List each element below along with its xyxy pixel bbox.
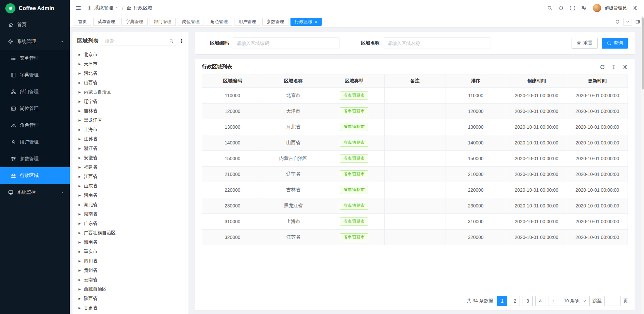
column-settings-gear-icon[interactable] [623, 64, 628, 70]
sidebar-item-user-mgmt[interactable]: 用户管理 [0, 134, 70, 150]
tree-item[interactable]: ▶ 河北省 [72, 69, 189, 78]
caret-right-icon[interactable]: ▶ [78, 212, 81, 216]
pagination-page-button[interactable]: 1 [497, 296, 507, 306]
caret-right-icon[interactable]: ▶ [78, 175, 81, 178]
tree-item[interactable]: ▶ 河南省 [72, 191, 189, 200]
tree-item[interactable]: ▶ 江苏省 [72, 134, 189, 144]
tree-item[interactable]: ▶ 山东省 [72, 181, 189, 191]
sidebar-item-system-mgmt[interactable]: 系统管理 [0, 33, 70, 50]
tree-search-icon[interactable] [166, 36, 176, 46]
caret-right-icon[interactable]: ▶ [78, 259, 81, 263]
caret-right-icon[interactable]: ▶ [78, 166, 81, 169]
tab[interactable]: 首页 [74, 18, 91, 26]
caret-right-icon[interactable]: ▶ [78, 184, 81, 188]
scrollbar-thumb[interactable] [642, 17, 644, 89]
tab[interactable]: 部门管理 [150, 18, 176, 26]
tree-item[interactable]: ▶ 广东省 [72, 219, 189, 228]
notification-bell-icon[interactable] [558, 5, 564, 11]
page-size-select[interactable]: 10 条/页 [561, 296, 590, 306]
tree-item[interactable]: ▶ 湖南省 [72, 209, 189, 219]
caret-right-icon[interactable]: ▶ [78, 90, 81, 94]
tab[interactable]: 字典管理 [121, 18, 148, 26]
refresh-icon[interactable] [615, 19, 620, 24]
tree-item[interactable]: ▶ 吉林省 [72, 106, 189, 116]
sidebar-item-menu-mgmt[interactable]: 菜单管理 [0, 50, 70, 67]
pagination-page-button[interactable]: 3 [523, 296, 533, 306]
caret-right-icon[interactable]: ▶ [78, 241, 81, 244]
sidebar-item-region[interactable]: 行政区域 [0, 167, 70, 184]
tree-item[interactable]: ▶ 广西壮族自治区 [72, 228, 189, 238]
tree-item[interactable]: ▶ 贵州省 [72, 266, 189, 275]
tree-item[interactable]: ▶ 黑龙江省 [72, 116, 189, 125]
caret-right-icon[interactable]: ▶ [78, 278, 81, 281]
tree-item[interactable]: ▶ 江西省 [72, 172, 189, 181]
tab[interactable]: 岗位管理 [178, 18, 204, 26]
tree-item[interactable]: ▶ 云南省 [72, 275, 189, 285]
tree-item[interactable]: ▶ 安徽省 [72, 153, 189, 163]
caret-right-icon[interactable]: ▶ [78, 194, 81, 197]
tab[interactable]: 参数管理 [262, 18, 288, 26]
tab-options-chevron-icon[interactable] [623, 18, 632, 26]
fullscreen-icon[interactable] [570, 5, 575, 11]
user-avatar[interactable] [593, 4, 601, 12]
tree-item[interactable]: ▶ 浙江省 [72, 144, 189, 153]
sidebar-item-post-mgmt[interactable]: 岗位管理 [0, 100, 70, 117]
caret-right-icon[interactable]: ▶ [78, 231, 81, 235]
caret-right-icon[interactable]: ▶ [78, 306, 81, 310]
settings-gear-icon[interactable] [633, 5, 638, 11]
tree-item[interactable]: ▶ 山西省 [72, 78, 189, 87]
caret-right-icon[interactable]: ▶ [78, 297, 81, 300]
sidebar-item-dept-mgmt[interactable]: 部门管理 [0, 83, 70, 100]
more-options-icon[interactable]: ⋮ [179, 38, 184, 45]
tree-item[interactable]: ▶ 上海市 [72, 125, 189, 134]
caret-right-icon[interactable]: ▶ [78, 72, 81, 75]
refresh-icon[interactable] [600, 64, 605, 70]
tab-close-icon[interactable]: × [315, 19, 317, 24]
caret-right-icon[interactable]: ▶ [78, 288, 81, 291]
caret-right-icon[interactable]: ▶ [78, 81, 81, 84]
caret-right-icon[interactable]: ▶ [78, 147, 81, 150]
tree-item[interactable]: ▶ 辽宁省 [72, 97, 189, 106]
tree-item[interactable]: ▶ 福建省 [72, 163, 189, 172]
sidebar-item-dict-mgmt[interactable]: 字典管理 [0, 67, 70, 83]
pagination-page-button[interactable]: 4 [535, 296, 545, 306]
collapse-sidebar-icon[interactable] [76, 5, 81, 11]
caret-right-icon[interactable]: ▶ [78, 269, 81, 272]
jump-page-input[interactable] [604, 296, 621, 306]
region-code-input[interactable] [233, 38, 339, 49]
tree-item[interactable]: ▶ 北京市 [72, 50, 189, 59]
caret-right-icon[interactable]: ▶ [78, 100, 81, 103]
tree-item[interactable]: ▶ 天津市 [72, 59, 189, 69]
tab[interactable]: 角色管理 [206, 18, 232, 26]
tree-item[interactable]: ▶ 陕西省 [72, 294, 189, 303]
tab[interactable]: 菜单管理 [93, 18, 119, 26]
search-button[interactable]: 查询 [602, 38, 628, 49]
panel-toggle-icon[interactable] [635, 19, 640, 24]
sidebar-item-param-mgmt[interactable]: 参数管理 [0, 150, 70, 167]
pagination-page-button[interactable]: 2 [510, 296, 520, 306]
caret-right-icon[interactable]: ▶ [78, 156, 81, 160]
tree-item[interactable]: ▶ 湖北省 [72, 200, 189, 209]
tab[interactable]: 行政区域 × [290, 18, 322, 26]
username[interactable]: 超级管理员 [605, 5, 627, 11]
tree-item[interactable]: ▶ 内蒙古自治区 [72, 87, 189, 97]
tree-item[interactable]: ▶ 重庆市 [72, 247, 189, 256]
caret-right-icon[interactable]: ▶ [78, 119, 81, 122]
tree-search-input[interactable] [102, 39, 166, 44]
tab[interactable]: 用户管理 [234, 18, 260, 26]
next-page-button[interactable] [548, 296, 558, 306]
caret-right-icon[interactable]: ▶ [78, 203, 81, 206]
search-icon[interactable] [547, 5, 552, 11]
tree-item[interactable]: ▶ 青海省 [72, 313, 189, 314]
sidebar-item-system-monitor[interactable]: 系统监控 [0, 184, 70, 201]
tree-item[interactable]: ▶ 甘肃省 [72, 303, 189, 313]
caret-right-icon[interactable]: ▶ [78, 250, 81, 253]
region-name-input[interactable] [384, 38, 490, 49]
caret-right-icon[interactable]: ▶ [78, 128, 81, 131]
sidebar-item-home[interactable]: 首页 [0, 16, 70, 33]
caret-right-icon[interactable]: ▶ [78, 62, 81, 66]
caret-right-icon[interactable]: ▶ [78, 53, 81, 56]
breadcrumb-parent[interactable]: 系统管理 [94, 5, 113, 11]
caret-right-icon[interactable]: ▶ [78, 222, 81, 225]
tree-item[interactable]: ▶ 四川省 [72, 256, 189, 266]
